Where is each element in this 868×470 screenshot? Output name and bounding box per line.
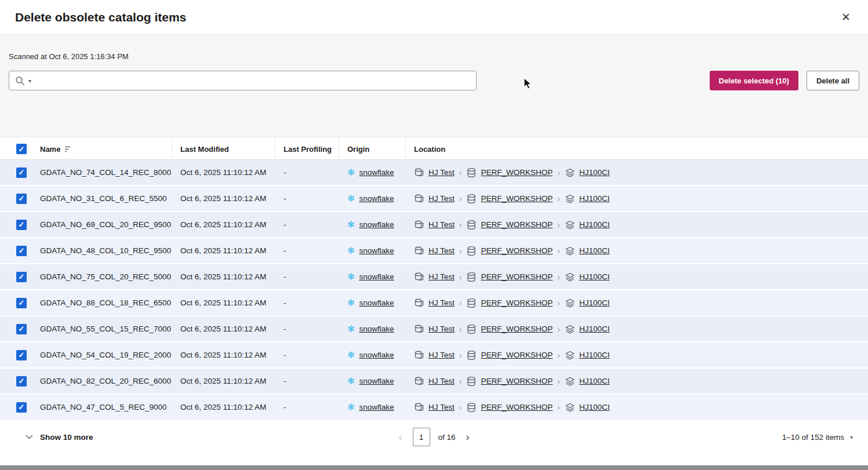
table-row: GDATA_NO_82_COL_20_REC_6000 Oct 6, 2025 …	[0, 369, 868, 395]
location-source-link[interactable]: HJ Test	[428, 220, 455, 229]
source-icon	[414, 246, 424, 256]
row-checkbox[interactable]	[16, 246, 27, 256]
row-checkbox-cell	[0, 194, 32, 204]
origin-link[interactable]: snowflake	[359, 168, 394, 177]
location-schema-link[interactable]: HJ100CI	[579, 325, 610, 333]
column-header-origin[interactable]: Origin	[339, 137, 406, 161]
search-input[interactable]	[35, 71, 470, 90]
show-more-button[interactable]: Show 10 more	[15, 433, 93, 442]
row-name[interactable]: GDATA_NO_74_COL_14_REC_8000	[32, 168, 172, 177]
location-database-link[interactable]: PERF_WORKSHOP	[481, 298, 553, 307]
row-checkbox[interactable]	[16, 272, 27, 282]
column-header-location[interactable]: Location	[406, 142, 868, 156]
location-database-link[interactable]: PERF_WORKSHOP	[481, 220, 553, 229]
chevron-right-icon	[557, 168, 561, 177]
close-button[interactable]	[839, 9, 853, 25]
delete-all-button[interactable]: Delete all	[807, 71, 859, 90]
snowflake-icon	[347, 402, 355, 413]
row-last-profiling: -	[275, 377, 339, 385]
location-schema-link[interactable]: HJ100CI	[579, 220, 610, 229]
search-filter-caret-icon[interactable]	[28, 78, 31, 84]
location-schema-link[interactable]: HJ100CI	[579, 194, 610, 203]
location-schema-link[interactable]: HJ100CI	[579, 246, 610, 255]
origin-link[interactable]: snowflake	[359, 272, 394, 281]
location-database-link[interactable]: PERF_WORKSHOP	[481, 325, 553, 333]
table-body: GDATA_NO_74_COL_14_REC_8000 Oct 6, 2025 …	[0, 160, 868, 421]
table-row: GDATA_NO_48_COL_10_REC_9500 Oct 6, 2025 …	[0, 238, 868, 264]
schema-icon	[565, 376, 575, 387]
location-schema-link[interactable]: HJ100CI	[579, 377, 610, 385]
row-last-modified: Oct 6, 2025 11:10:12 AM	[172, 403, 275, 411]
location-schema-link[interactable]: HJ100CI	[579, 168, 610, 177]
row-checkbox[interactable]	[16, 167, 27, 178]
location-source-link[interactable]: HJ Test	[428, 246, 455, 255]
row-name[interactable]: GDATA_NO_88_COL_18_REC_6500	[32, 298, 172, 307]
row-last-modified: Oct 6, 2025 11:10:12 AM	[172, 351, 275, 359]
location-database-link[interactable]: PERF_WORKSHOP	[481, 194, 553, 203]
scanned-at-label: Scanned at Oct 6, 2025 1:16:34 PM	[0, 52, 868, 63]
row-name[interactable]: GDATA_NO_55_COL_15_REC_7000	[32, 325, 172, 333]
row-name[interactable]: GDATA_NO_82_COL_20_REC_6000	[32, 377, 172, 385]
row-checkbox[interactable]	[16, 220, 27, 230]
location-source-link[interactable]: HJ Test	[428, 194, 455, 203]
previous-page-button[interactable]	[396, 431, 404, 443]
row-checkbox[interactable]	[16, 298, 27, 308]
location-schema-link[interactable]: HJ100CI	[579, 351, 610, 359]
location-database-link[interactable]: PERF_WORKSHOP	[481, 246, 553, 255]
row-last-profiling: -	[275, 351, 339, 359]
source-icon	[414, 167, 424, 178]
location-source-link[interactable]: HJ Test	[428, 325, 455, 333]
show-more-label: Show 10 more	[40, 433, 93, 442]
location-schema-link[interactable]: HJ100CI	[579, 298, 610, 307]
database-icon	[466, 376, 477, 387]
column-header-name[interactable]: Name	[32, 137, 172, 161]
location-source-link[interactable]: HJ Test	[428, 403, 455, 411]
origin-link[interactable]: snowflake	[359, 325, 394, 333]
row-name[interactable]: GDATA_NO_47_COL_5_REC_9000	[32, 403, 172, 411]
origin-link[interactable]: snowflake	[359, 298, 394, 307]
sort-icon[interactable]	[65, 146, 72, 152]
location-schema-link[interactable]: HJ100CI	[579, 403, 610, 411]
location-source-link[interactable]: HJ Test	[428, 377, 455, 385]
row-name[interactable]: GDATA_NO_75_COL_20_REC_5000	[32, 272, 172, 281]
location-database-link[interactable]: PERF_WORKSHOP	[481, 168, 553, 177]
location-database-link[interactable]: PERF_WORKSHOP	[481, 272, 553, 281]
row-name[interactable]: GDATA_NO_48_COL_10_REC_9500	[32, 246, 172, 255]
row-checkbox[interactable]	[16, 194, 27, 204]
location-source-link[interactable]: HJ Test	[428, 351, 455, 359]
row-name[interactable]: GDATA_NO_54_COL_19_REC_2000	[32, 351, 172, 359]
column-header-last-profiling[interactable]: Last Profiling	[275, 137, 339, 161]
current-page-box[interactable]: 1	[412, 428, 430, 446]
items-per-page-dropdown[interactable]: 1–10 of 152 items	[782, 433, 853, 442]
origin-link[interactable]: snowflake	[359, 403, 394, 411]
location-database-link[interactable]: PERF_WORKSHOP	[481, 377, 553, 385]
search-box[interactable]	[9, 71, 477, 90]
next-page-button[interactable]	[464, 431, 472, 443]
row-checkbox[interactable]	[16, 324, 27, 334]
table-row: GDATA_NO_74_COL_14_REC_8000 Oct 6, 2025 …	[0, 160, 868, 186]
origin-link[interactable]: snowflake	[359, 246, 394, 255]
origin-link[interactable]: snowflake	[359, 220, 394, 229]
location-source-link[interactable]: HJ Test	[428, 168, 455, 177]
origin-link[interactable]: snowflake	[359, 194, 394, 203]
row-checkbox[interactable]	[16, 350, 27, 360]
location-schema-link[interactable]: HJ100CI	[579, 272, 610, 281]
origin-link[interactable]: snowflake	[359, 351, 394, 359]
origin-link[interactable]: snowflake	[359, 377, 394, 385]
row-name[interactable]: GDATA_NO_69_COL_20_REC_9500	[32, 220, 172, 229]
column-header-last-modified[interactable]: Last Modified	[172, 137, 275, 161]
chevron-right-icon	[459, 220, 463, 229]
location-source-link[interactable]: HJ Test	[428, 298, 455, 307]
row-checkbox-cell	[0, 298, 32, 308]
location-database-link[interactable]: PERF_WORKSHOP	[481, 351, 553, 359]
row-checkbox[interactable]	[16, 402, 27, 413]
select-all-checkbox[interactable]	[16, 144, 27, 154]
table-footer: Show 10 more 1 of 16 1–10 of 152 items	[0, 421, 868, 453]
table-row: GDATA_NO_75_COL_20_REC_5000 Oct 6, 2025 …	[0, 264, 868, 290]
row-checkbox[interactable]	[16, 376, 27, 387]
location-source-link[interactable]: HJ Test	[428, 272, 455, 281]
select-all-cell	[0, 144, 32, 154]
location-database-link[interactable]: PERF_WORKSHOP	[481, 403, 553, 411]
row-name[interactable]: GDATA_NO_31_COL_6_REC_5500	[32, 194, 172, 203]
delete-selected-button[interactable]: Delete selected (10)	[710, 71, 798, 90]
